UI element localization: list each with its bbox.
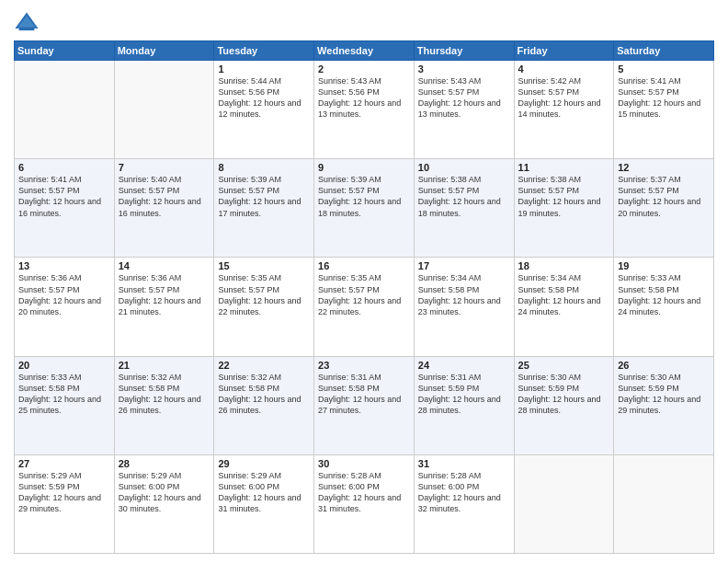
day-info: Sunrise: 5:34 AMSunset: 5:58 PMDaylight:… (518, 272, 610, 317)
day-info: Sunrise: 5:33 AMSunset: 5:58 PMDaylight:… (18, 372, 110, 417)
day-number: 24 (418, 360, 510, 371)
calendar-cell (15, 61, 115, 159)
day-number: 18 (518, 260, 610, 271)
calendar-cell: 28Sunrise: 5:29 AMSunset: 6:00 PMDayligh… (114, 454, 214, 553)
day-number: 25 (518, 360, 610, 371)
logo-icon (14, 9, 40, 35)
day-info: Sunrise: 5:29 AMSunset: 6:00 PMDaylight:… (119, 470, 210, 515)
svg-rect-2 (19, 28, 35, 30)
day-info: Sunrise: 5:28 AMSunset: 6:00 PMDaylight:… (318, 470, 410, 515)
calendar-cell: 30Sunrise: 5:28 AMSunset: 6:00 PMDayligh… (314, 454, 415, 553)
day-info: Sunrise: 5:42 AMSunset: 5:57 PMDaylight:… (518, 75, 610, 121)
day-number: 30 (318, 458, 410, 469)
calendar-cell: 13Sunrise: 5:36 AMSunset: 5:57 PMDayligh… (15, 258, 115, 356)
day-info: Sunrise: 5:32 AMSunset: 5:58 PMDaylight:… (218, 372, 310, 417)
day-number: 2 (318, 63, 410, 75)
calendar-cell: 5Sunrise: 5:41 AMSunset: 5:57 PMDaylight… (614, 61, 714, 159)
day-info: Sunrise: 5:36 AMSunset: 5:57 PMDaylight:… (119, 272, 210, 317)
calendar-cell: 20Sunrise: 5:33 AMSunset: 5:58 PMDayligh… (15, 356, 115, 454)
calendar-cell: 12Sunrise: 5:37 AMSunset: 5:57 PMDayligh… (614, 159, 714, 258)
day-info: Sunrise: 5:30 AMSunset: 5:59 PMDaylight:… (518, 372, 610, 417)
day-number: 1 (218, 63, 310, 75)
day-info: Sunrise: 5:31 AMSunset: 5:58 PMDaylight:… (318, 372, 410, 417)
day-number: 3 (418, 63, 510, 75)
calendar-cell: 17Sunrise: 5:34 AMSunset: 5:58 PMDayligh… (414, 258, 514, 356)
day-number: 9 (318, 162, 410, 173)
day-info: Sunrise: 5:30 AMSunset: 5:59 PMDaylight:… (618, 372, 710, 417)
calendar-table: SundayMondayTuesdayWednesdayThursdayFrid… (14, 40, 714, 554)
day-info: Sunrise: 5:31 AMSunset: 5:59 PMDaylight:… (418, 372, 510, 417)
day-info: Sunrise: 5:38 AMSunset: 5:57 PMDaylight:… (518, 174, 610, 219)
header (14, 9, 714, 35)
weekday-header-thursday: Thursday (414, 41, 514, 61)
calendar-cell: 4Sunrise: 5:42 AMSunset: 5:57 PMDaylight… (514, 61, 614, 159)
calendar-cell: 27Sunrise: 5:29 AMSunset: 5:59 PMDayligh… (15, 454, 115, 553)
calendar-cell: 7Sunrise: 5:40 AMSunset: 5:57 PMDaylight… (114, 159, 214, 258)
calendar-cell: 25Sunrise: 5:30 AMSunset: 5:59 PMDayligh… (514, 356, 614, 454)
calendar-cell: 2Sunrise: 5:43 AMSunset: 5:56 PMDaylight… (314, 61, 415, 159)
day-number: 10 (418, 162, 510, 173)
day-info: Sunrise: 5:36 AMSunset: 5:57 PMDaylight:… (18, 272, 110, 317)
day-number: 19 (618, 260, 710, 271)
day-info: Sunrise: 5:39 AMSunset: 5:57 PMDaylight:… (318, 174, 410, 219)
calendar-cell: 1Sunrise: 5:44 AMSunset: 5:56 PMDaylight… (214, 61, 314, 159)
day-info: Sunrise: 5:41 AMSunset: 5:57 PMDaylight:… (618, 75, 710, 121)
calendar-cell: 14Sunrise: 5:36 AMSunset: 5:57 PMDayligh… (114, 258, 214, 356)
calendar-cell (514, 454, 614, 553)
day-number: 23 (318, 360, 410, 371)
calendar-cell: 29Sunrise: 5:29 AMSunset: 6:00 PMDayligh… (214, 454, 314, 553)
day-number: 31 (418, 458, 510, 469)
calendar-cell: 22Sunrise: 5:32 AMSunset: 5:58 PMDayligh… (214, 356, 314, 454)
weekday-header-friday: Friday (514, 41, 614, 61)
calendar-cell: 3Sunrise: 5:43 AMSunset: 5:57 PMDaylight… (414, 61, 514, 159)
calendar-cell (114, 61, 214, 159)
calendar-cell: 16Sunrise: 5:35 AMSunset: 5:57 PMDayligh… (314, 258, 415, 356)
day-number: 15 (218, 260, 310, 271)
calendar-week-4: 20Sunrise: 5:33 AMSunset: 5:58 PMDayligh… (15, 356, 714, 454)
day-number: 20 (18, 360, 110, 371)
calendar-cell: 15Sunrise: 5:35 AMSunset: 5:57 PMDayligh… (214, 258, 314, 356)
calendar-header-row: SundayMondayTuesdayWednesdayThursdayFrid… (15, 41, 714, 61)
day-number: 12 (618, 162, 710, 173)
calendar-cell: 31Sunrise: 5:28 AMSunset: 6:00 PMDayligh… (414, 454, 514, 553)
weekday-header-wednesday: Wednesday (314, 41, 415, 61)
day-number: 8 (218, 162, 310, 173)
day-info: Sunrise: 5:35 AMSunset: 5:57 PMDaylight:… (218, 272, 310, 317)
calendar-cell: 23Sunrise: 5:31 AMSunset: 5:58 PMDayligh… (314, 356, 415, 454)
calendar-cell: 11Sunrise: 5:38 AMSunset: 5:57 PMDayligh… (514, 159, 614, 258)
day-info: Sunrise: 5:43 AMSunset: 5:56 PMDaylight:… (318, 75, 410, 121)
day-number: 4 (518, 63, 610, 75)
day-info: Sunrise: 5:28 AMSunset: 6:00 PMDaylight:… (418, 470, 510, 515)
logo (14, 9, 43, 35)
day-number: 6 (18, 162, 110, 173)
day-number: 14 (119, 260, 210, 271)
day-number: 29 (218, 458, 310, 469)
calendar-week-1: 1Sunrise: 5:44 AMSunset: 5:56 PMDaylight… (15, 61, 714, 159)
day-info: Sunrise: 5:38 AMSunset: 5:57 PMDaylight:… (418, 174, 510, 219)
day-info: Sunrise: 5:40 AMSunset: 5:57 PMDaylight:… (119, 174, 210, 219)
calendar-cell: 21Sunrise: 5:32 AMSunset: 5:58 PMDayligh… (114, 356, 214, 454)
calendar-week-5: 27Sunrise: 5:29 AMSunset: 5:59 PMDayligh… (15, 454, 714, 553)
weekday-header-monday: Monday (114, 41, 214, 61)
day-number: 22 (218, 360, 310, 371)
day-number: 26 (618, 360, 710, 371)
day-info: Sunrise: 5:44 AMSunset: 5:56 PMDaylight:… (218, 75, 310, 121)
calendar-cell (614, 454, 714, 553)
day-number: 11 (518, 162, 610, 173)
calendar-cell: 6Sunrise: 5:41 AMSunset: 5:57 PMDaylight… (15, 159, 115, 258)
calendar-cell: 10Sunrise: 5:38 AMSunset: 5:57 PMDayligh… (414, 159, 514, 258)
calendar-week-2: 6Sunrise: 5:41 AMSunset: 5:57 PMDaylight… (15, 159, 714, 258)
calendar-cell: 8Sunrise: 5:39 AMSunset: 5:57 PMDaylight… (214, 159, 314, 258)
day-info: Sunrise: 5:29 AMSunset: 5:59 PMDaylight:… (18, 470, 110, 515)
calendar-week-3: 13Sunrise: 5:36 AMSunset: 5:57 PMDayligh… (15, 258, 714, 356)
day-info: Sunrise: 5:34 AMSunset: 5:58 PMDaylight:… (418, 272, 510, 317)
day-info: Sunrise: 5:43 AMSunset: 5:57 PMDaylight:… (418, 75, 510, 121)
page: SundayMondayTuesdayWednesdayThursdayFrid… (0, 0, 728, 563)
calendar-cell: 19Sunrise: 5:33 AMSunset: 5:58 PMDayligh… (614, 258, 714, 356)
weekday-header-saturday: Saturday (614, 41, 714, 61)
day-info: Sunrise: 5:37 AMSunset: 5:57 PMDaylight:… (618, 174, 710, 219)
weekday-header-sunday: Sunday (15, 41, 115, 61)
day-number: 28 (119, 458, 210, 469)
day-number: 7 (119, 162, 210, 173)
weekday-header-tuesday: Tuesday (214, 41, 314, 61)
